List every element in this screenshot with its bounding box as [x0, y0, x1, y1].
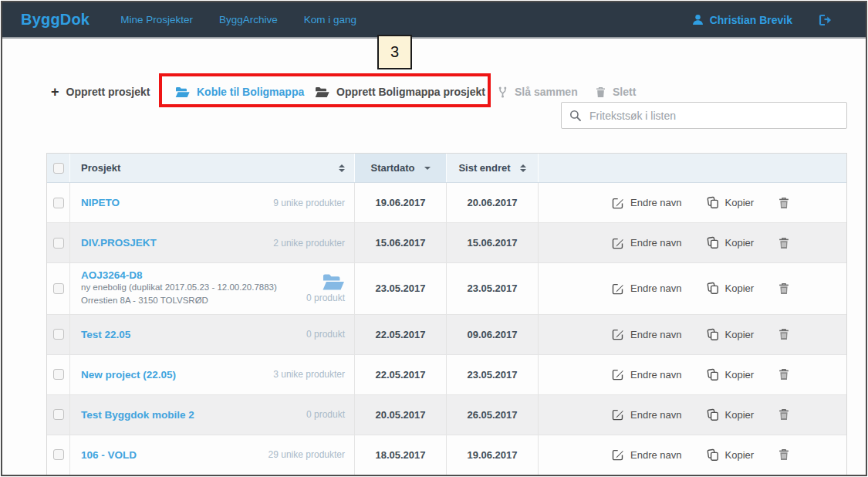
nav-link-mine-prosjekter[interactable]: Mine Prosjekter: [120, 14, 193, 25]
trash-icon: [778, 448, 789, 461]
header-last-modified-label: Sist endret: [458, 162, 510, 174]
project-link[interactable]: New project (22.05): [81, 369, 273, 381]
row-delete-button[interactable]: [778, 448, 789, 461]
table-row: Test Byggdok mobile 2 0 produkt 20.05.20…: [47, 395, 846, 435]
copy-button[interactable]: Kopier: [707, 282, 755, 295]
edit-icon: [612, 197, 624, 209]
rename-button[interactable]: Endre navn: [612, 368, 682, 381]
row-checkbox[interactable]: [53, 283, 64, 294]
project-detail: ny enebolig (duplikat 2017.05.23 - 12.00…: [81, 281, 306, 294]
project-cell: AOJ3264-D8 ny enebolig (duplikat 2017.05…: [70, 263, 355, 314]
last-modified-cell: 09.06.2017: [447, 315, 539, 354]
partial-next-row: [47, 475, 846, 477]
rename-button[interactable]: Endre navn: [612, 197, 682, 209]
rename-button[interactable]: Endre navn: [612, 448, 682, 461]
search-box: [561, 102, 847, 129]
rename-button[interactable]: Endre navn: [612, 282, 682, 295]
sort-icon[interactable]: [520, 164, 526, 172]
navbar: ByggDok Mine Prosjekter ByggArchive Kom …: [2, 2, 866, 37]
start-date-cell: 18.05.2017: [355, 435, 447, 475]
row-delete-button[interactable]: [778, 282, 789, 295]
user-icon: [692, 14, 704, 25]
copy-icon: [707, 368, 719, 381]
last-modified-date: 20.06.2017: [467, 197, 517, 208]
project-table: Prosjekt Startdato Sist endret NIPETO: [46, 153, 847, 476]
row-checkbox[interactable]: [53, 198, 64, 208]
project-link[interactable]: AOJ3264-D8: [81, 269, 306, 281]
copy-label: Kopier: [725, 237, 755, 249]
nav-link-byggarchive[interactable]: ByggArchive: [219, 14, 278, 25]
row-checkbox-cell: [47, 183, 70, 222]
header-project[interactable]: Prosjekt: [70, 154, 355, 182]
edit-icon: [612, 237, 624, 249]
project-link[interactable]: Test Byggdok mobile 2: [81, 409, 306, 421]
project-cell: New project (22.05) 3 unike produkter: [70, 355, 355, 394]
row-checkbox[interactable]: [53, 449, 64, 460]
row-checkbox[interactable]: [53, 369, 64, 380]
start-date-cell: 20.05.2017: [355, 395, 447, 435]
copy-button[interactable]: Kopier: [707, 328, 755, 341]
trash-icon: [778, 282, 789, 295]
start-date: 20.05.2017: [375, 409, 425, 421]
copy-button[interactable]: Kopier: [707, 368, 755, 381]
header-actions: [539, 154, 846, 182]
table-row: New project (22.05) 3 unike produkter 22…: [47, 355, 846, 395]
start-date: 22.05.2017: [375, 329, 425, 340]
brand-logo[interactable]: ByggDok: [21, 11, 90, 29]
actions-cell: Endre navn Kopier: [539, 223, 846, 262]
rename-label: Endre navn: [630, 449, 682, 461]
logout-icon[interactable]: [819, 14, 832, 26]
annotation-step-badge: 3: [377, 35, 412, 69]
user-name[interactable]: Christian Brevik: [710, 14, 792, 26]
row-checkbox[interactable]: [53, 409, 64, 420]
start-date: 23.05.2017: [375, 282, 425, 294]
copy-label: Kopier: [725, 197, 755, 208]
link-boligmappa-button[interactable]: Koble til Boligmappa: [175, 80, 304, 104]
rename-button[interactable]: Endre navn: [612, 408, 682, 421]
project-link[interactable]: DIV.PROSJEKT: [81, 237, 273, 249]
product-count: 29 unike produkter: [269, 449, 345, 460]
select-all-checkbox[interactable]: [53, 163, 64, 174]
row-delete-button[interactable]: [778, 197, 789, 209]
row-delete-button[interactable]: [778, 368, 789, 381]
row-checkbox[interactable]: [53, 329, 64, 340]
actions-cell: Endre navn Kopier: [539, 183, 846, 222]
copy-button[interactable]: Kopier: [707, 408, 755, 421]
delete-button[interactable]: Slett: [596, 80, 636, 104]
row-checkbox[interactable]: [53, 238, 64, 249]
create-project-button[interactable]: + Opprett prosjekt: [51, 80, 150, 104]
create-boligmappa-project-button[interactable]: Opprett Boligmappa prosjekt: [315, 80, 485, 104]
row-delete-button[interactable]: [778, 237, 789, 249]
nav-link-kom-i-gang[interactable]: Kom i gang: [304, 14, 356, 25]
last-modified-cell: 23.05.2017: [447, 355, 539, 394]
merge-button[interactable]: Slå sammen: [498, 80, 578, 104]
project-cell: DIV.PROSJEKT 2 unike produkter: [70, 223, 355, 262]
search-input[interactable]: [589, 110, 839, 122]
table-row: Test 22.05 0 produkt 22.05.2017 09.06.20…: [47, 315, 846, 355]
rename-button[interactable]: Endre navn: [612, 237, 682, 249]
edit-icon: [612, 368, 624, 381]
last-modified-date: 15.06.2017: [467, 237, 517, 249]
plus-icon: +: [51, 85, 59, 99]
header-last-modified[interactable]: Sist endret: [447, 154, 539, 182]
copy-icon: [707, 282, 719, 295]
project-link[interactable]: NIPETO: [81, 197, 273, 208]
row-delete-button[interactable]: [778, 328, 789, 340]
sort-icon[interactable]: [339, 164, 345, 172]
folder-open-icon: [175, 86, 190, 98]
last-modified-date: 09.06.2017: [467, 329, 517, 340]
actions-cell: Endre navn Kopier: [539, 355, 846, 394]
sort-desc-icon[interactable]: [424, 167, 431, 170]
rename-button[interactable]: Endre navn: [612, 328, 682, 340]
trash-icon: [596, 86, 606, 98]
header-start-date[interactable]: Startdato: [355, 154, 447, 182]
start-date-cell: 22.05.2017: [355, 355, 447, 394]
copy-button[interactable]: Kopier: [707, 448, 755, 462]
project-link[interactable]: Test 22.05: [81, 329, 306, 340]
row-delete-button[interactable]: [778, 408, 789, 421]
copy-button[interactable]: Kopier: [707, 196, 755, 209]
row-checkbox-cell: [47, 435, 70, 475]
project-link[interactable]: 106 - VOLD: [81, 449, 269, 461]
copy-button[interactable]: Kopier: [707, 236, 755, 249]
row-checkbox-cell: [47, 395, 70, 435]
